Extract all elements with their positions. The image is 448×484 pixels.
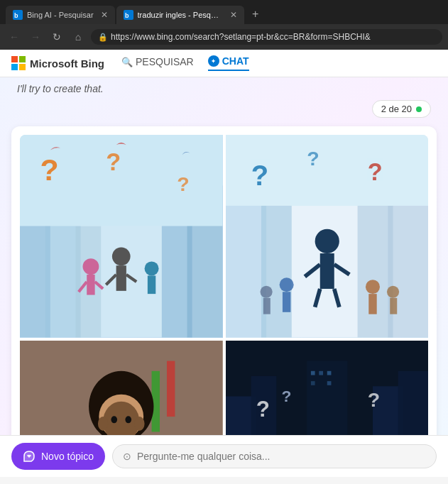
image-grid: ? ? ? bbox=[20, 135, 428, 435]
svg-point-47 bbox=[386, 286, 398, 298]
image-2-svg: ? ? ? bbox=[226, 135, 429, 338]
nav-chat[interactable]: ✦ CHAT bbox=[208, 55, 249, 71]
svg-point-63 bbox=[134, 417, 144, 431]
svg-text:?: ? bbox=[177, 172, 189, 195]
bing-logo: Microsoft Bing bbox=[11, 56, 104, 70]
tab2-close-icon[interactable]: ✕ bbox=[230, 10, 237, 20]
svg-rect-46 bbox=[368, 294, 376, 314]
partial-text: I'll try to create that. bbox=[0, 77, 448, 97]
chat-input[interactable] bbox=[137, 451, 426, 462]
svg-point-37 bbox=[315, 229, 339, 253]
svg-text:?: ? bbox=[40, 153, 59, 187]
image-cell-2[interactable]: ? ? ? bbox=[226, 135, 429, 338]
image-cell-3[interactable]: GDE YDR YOR YONDO REAL SOUL CONT. xxxxxx… bbox=[20, 341, 223, 436]
novo-topico-button[interactable]: Novo tópico bbox=[11, 443, 105, 470]
svg-rect-27 bbox=[148, 275, 155, 294]
tab1-close-icon[interactable]: ✕ bbox=[101, 10, 108, 20]
svg-point-62 bbox=[98, 417, 108, 431]
green-status-dot bbox=[416, 106, 422, 112]
microsoft-logo-icon bbox=[11, 56, 26, 70]
svg-rect-23 bbox=[116, 265, 126, 291]
svg-rect-38 bbox=[319, 253, 334, 289]
svg-point-43 bbox=[279, 277, 293, 292]
image-cell-1[interactable]: ? ? ? bbox=[20, 135, 223, 338]
svg-text:b: b bbox=[14, 12, 18, 19]
counter-label: 2 de 20 bbox=[381, 104, 412, 114]
counter-badge: 2 de 20 bbox=[372, 100, 431, 118]
chat-input-circle-icon: ⊙ bbox=[123, 451, 131, 462]
svg-rect-19 bbox=[87, 275, 94, 295]
home-button[interactable]: ⌂ bbox=[70, 28, 87, 45]
svg-point-70 bbox=[125, 416, 131, 423]
svg-point-26 bbox=[145, 261, 159, 275]
search-nav-icon: 🔍 bbox=[121, 57, 133, 67]
page-content: Microsoft Bing 🔍 PESQUISAR ✦ CHAT I'll t… bbox=[0, 50, 448, 477]
svg-rect-48 bbox=[390, 298, 397, 314]
tab-bar: b Bing AI - Pesquisar ✕ b traduzir ingle… bbox=[6, 4, 442, 24]
svg-rect-5 bbox=[19, 56, 26, 62]
image-3-svg: GDE YDR YOR YONDO REAL SOUL CONT. xxxxxx… bbox=[20, 341, 223, 436]
svg-text:?: ? bbox=[281, 386, 291, 405]
svg-text:?: ? bbox=[106, 148, 121, 175]
new-tab-button[interactable]: + bbox=[246, 4, 266, 24]
address-wrapper: 🔒 bbox=[91, 29, 442, 45]
svg-text:b: b bbox=[125, 12, 129, 19]
tab-favicon-2: b bbox=[124, 10, 133, 20]
image-1-svg: ? ? ? bbox=[20, 135, 223, 338]
svg-rect-81 bbox=[327, 381, 331, 385]
tab2-label: traduzir ingles - Pesquisar bbox=[138, 11, 223, 19]
lock-icon: 🔒 bbox=[98, 33, 108, 42]
counter-row: 2 de 20 bbox=[0, 97, 448, 123]
tab-traduzir[interactable]: b traduzir ingles - Pesquisar ✕ bbox=[116, 6, 244, 24]
svg-text:?: ? bbox=[367, 387, 379, 410]
image-grid-container: ? ? ? bbox=[11, 126, 437, 435]
svg-rect-80 bbox=[310, 381, 315, 385]
svg-point-69 bbox=[111, 416, 117, 423]
address-input[interactable] bbox=[91, 29, 442, 45]
image-4-svg: ? ? ? bbox=[226, 341, 429, 436]
nav-pesquisar[interactable]: 🔍 PESQUISAR bbox=[121, 56, 194, 70]
nav-pesquisar-label: PESQUISAR bbox=[136, 56, 194, 67]
svg-rect-29 bbox=[226, 196, 266, 338]
novo-topico-icon bbox=[23, 450, 35, 463]
svg-point-18 bbox=[83, 258, 99, 275]
svg-rect-58 bbox=[167, 361, 175, 417]
svg-rect-50 bbox=[263, 298, 270, 314]
svg-rect-7 bbox=[19, 64, 26, 70]
forward-button[interactable]: → bbox=[27, 28, 44, 45]
browser-chrome: b Bing AI - Pesquisar ✕ b traduzir ingle… bbox=[0, 0, 448, 24]
tab-favicon-1: b bbox=[13, 10, 23, 20]
bing-favicon-icon: b bbox=[13, 10, 23, 20]
bottom-bar: Novo tópico ⊙ bbox=[0, 435, 448, 477]
svg-point-49 bbox=[260, 286, 272, 298]
svg-point-45 bbox=[365, 280, 379, 294]
svg-point-22 bbox=[112, 247, 131, 265]
svg-text:?: ? bbox=[307, 147, 319, 170]
bing-nav: 🔍 PESQUISAR ✦ CHAT bbox=[121, 55, 249, 71]
svg-rect-77 bbox=[310, 370, 315, 375]
image-cell-4[interactable]: ? ? ? bbox=[226, 341, 429, 436]
nav-chat-label: CHAT bbox=[222, 55, 249, 67]
svg-rect-75 bbox=[398, 370, 428, 435]
refresh-button[interactable]: ↻ bbox=[48, 28, 65, 45]
svg-rect-32 bbox=[388, 201, 428, 338]
address-bar-row: ← → ↻ ⌂ 🔒 bbox=[0, 24, 448, 50]
bing-header: Microsoft Bing 🔍 PESQUISAR ✦ CHAT bbox=[0, 50, 448, 77]
back-button[interactable]: ← bbox=[6, 28, 23, 45]
svg-rect-79 bbox=[327, 370, 331, 375]
svg-rect-4 bbox=[11, 56, 18, 62]
svg-rect-44 bbox=[282, 292, 290, 312]
svg-rect-31 bbox=[357, 185, 393, 337]
main-area: I'll try to create that. 2 de 20 bbox=[0, 77, 448, 435]
chat-input-wrapper: ⊙ bbox=[112, 444, 437, 468]
tab-bing-ai[interactable]: b Bing AI - Pesquisar ✕ bbox=[6, 6, 115, 24]
bing-favicon-2-icon: b bbox=[124, 10, 133, 20]
svg-text:?: ? bbox=[256, 397, 269, 422]
svg-rect-78 bbox=[319, 370, 323, 375]
chat-nav-icon: ✦ bbox=[208, 55, 219, 67]
svg-text:?: ? bbox=[251, 160, 268, 191]
novo-topico-label: Novo tópico bbox=[41, 451, 94, 462]
tab1-label: Bing AI - Pesquisar bbox=[27, 11, 94, 19]
svg-text:?: ? bbox=[367, 158, 382, 185]
svg-rect-6 bbox=[11, 64, 18, 70]
